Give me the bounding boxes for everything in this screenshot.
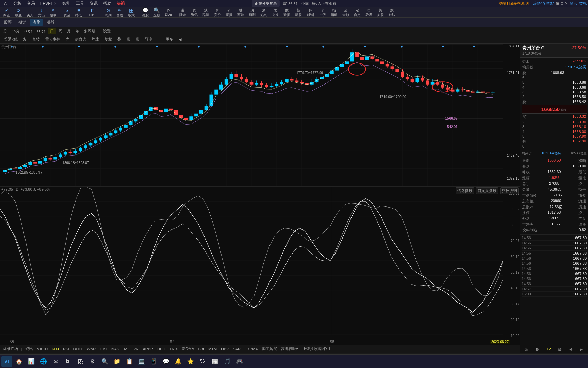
opt-normal-kline[interactable]: 普通K线 [3,36,19,42]
btn-diagnose[interactable]: 诊 [558,347,562,352]
btn-dragon[interactable]: 龙龙虎 [270,8,281,17]
btn-refresh[interactable]: ↺刷底 [13,8,24,17]
taskbar-app5[interactable]: 🔔 [173,356,184,367]
btn-thin[interactable]: 细 [525,347,528,352]
ind-sar[interactable]: SAR [232,347,242,351]
btn-layout[interactable]: ▦板式 [126,8,137,17]
taskbar-app4[interactable]: 💬 [161,356,172,367]
chart-area[interactable]: 贵州平台 ◆ ◆ ◆ ◆ ◆ ◆ ◆ ◆ ◆ ◆ ◆ ◆ [0,44,520,353]
ind-taobao[interactable]: 淘宝购买 [261,346,278,352]
opt-events[interactable]: 重大事件 [44,36,62,42]
opt-nei[interactable]: 内 [64,36,71,42]
menu-tools[interactable]: 工具 [73,1,87,6]
ind-vr[interactable]: VR [132,347,140,351]
period-fen[interactable]: 分 [1,28,9,34]
menu-trade[interactable]: 交易 [24,1,38,6]
btn-us[interactable]: 美美股 [375,8,386,17]
btn-l2[interactable]: L2 [546,347,551,352]
ind-standard[interactable]: 标准广场 [2,346,19,352]
taskbar-calc[interactable]: 🖩 [63,356,74,367]
btn-row2-1[interactable]: 股票 [1,19,14,26]
taskbar-search2[interactable]: 🔍 [99,356,110,367]
taskbar-img[interactable]: 🖼 [75,356,86,367]
ind-expma[interactable]: EXPMA [244,347,259,351]
menu-analysis[interactable]: 分析 [11,1,24,6]
kdj-chart[interactable]: +79.05↑ D: +73.80 J: +89.56↑ 优选参数 自定义参数 … [0,187,520,345]
taskbar-app10[interactable]: 🎮 [234,356,245,367]
ind-arbr[interactable]: ARBR [142,347,154,351]
ind-rsi[interactable]: RSI [62,347,70,351]
btn-yun[interactable]: 运 [579,347,583,352]
btn-global[interactable]: 全全球 [340,8,351,17]
ind-bbi[interactable]: BBI [197,347,205,351]
kdj-explain[interactable]: 指标说明 [500,187,519,194]
taskbar-app8[interactable]: 📰 [210,356,220,367]
btn-sci[interactable]: 科创/科 [305,8,316,17]
ind-bias[interactable]: BIAS [110,347,120,351]
btn-news[interactable]: 资资讯 [189,8,200,17]
period-15[interactable]: 15分 [10,28,22,34]
opt-stack[interactable]: 叠 [116,36,122,42]
taskbar-browser[interactable]: 🌐 [38,356,49,367]
opt-fu1[interactable]: 富 [125,36,132,42]
opt-box[interactable]: □ [157,37,162,42]
opt-side[interactable]: 侧自选 [74,36,87,42]
btn-ipo[interactable]: 新新股 [293,8,304,17]
btn-lugang[interactable]: 港陆港 [177,8,188,17]
ind-mtm[interactable]: MTM [207,347,218,351]
taskbar-app1[interactable]: 📋 [124,356,135,367]
period-60[interactable]: 60分 [35,28,47,34]
opt-ma[interactable]: 均线 [90,36,100,42]
btn-indicator[interactable]: 指 [536,347,539,352]
btn-dde[interactable]: DDDE [163,8,174,17]
taskbar-start[interactable]: Ai [1,356,12,367]
btn-data[interactable]: 数数据 [281,8,292,17]
btn-multiscreen[interactable]: ⊡多屏 [363,8,374,17]
btn-custom[interactable]: 定自定 [352,8,363,17]
taskbar-app9[interactable]: 🎵 [222,356,233,367]
taskbar-chart[interactable]: 📊 [26,356,37,367]
ind-trix[interactable]: TRIX [168,347,179,351]
ind-obv[interactable]: OBV [220,347,230,351]
btn-default[interactable]: 默默认 [387,8,397,17]
ind-high-low[interactable]: 高抛低吸A [280,346,299,352]
opt-more[interactable]: 更多 [164,36,175,42]
period-multi[interactable]: 多周期 [82,28,97,34]
right-panel-toggle[interactable]: 资讯 [570,1,577,6]
btn-buy[interactable]: ↑买入 [24,8,35,17]
btn-points[interactable]: 分 [569,347,573,352]
commission-btn[interactable]: 委托 [579,1,587,6]
taskbar-app2[interactable]: 💻 [136,356,147,367]
btn-predict[interactable]: 预预测 [247,8,258,17]
period-week[interactable]: 周 [56,28,64,34]
ind-dpo[interactable]: DPO [156,347,166,351]
ind-dmi[interactable]: DMI [99,347,108,351]
opt-fu2[interactable]: 富 [134,36,141,42]
btn-individual[interactable]: 个个股 [317,8,328,17]
menu-ai[interactable]: Ai [1,1,11,6]
btn-select[interactable]: 🔍选股 [151,8,162,17]
period-settings[interactable]: 设置 [101,28,113,34]
btn-research[interactable]: 研研报 [224,8,234,17]
opt-collapse[interactable]: ◀ [177,37,183,42]
ind-asi[interactable]: ASI [122,347,130,351]
btn-hotspot[interactable]: 热热点 [258,8,269,17]
taskbar-home[interactable]: 🏠 [14,356,24,367]
btn-funds[interactable]: $资金 [62,8,72,17]
btn-draw[interactable]: ✏画股 [114,8,125,17]
btn-row2-3[interactable]: 港股 [30,19,43,26]
price-chart[interactable]: ◆ ◆ ◆ ◆ ◆ ◆ ◆ ◆ ◆ ◆ ◆ ◆ ◆ 1857.11 1 [0,44,520,187]
opt-reinvest[interactable]: 复权 [103,36,113,42]
period-year[interactable]: 年 [74,28,81,34]
ind-shanghai[interactable]: 上证指数跑图YH [301,346,331,352]
period-30[interactable]: 30分 [22,28,34,34]
ind-boll[interactable]: BOLL [72,347,84,351]
opt-fa[interactable]: 发 [22,36,28,42]
btn-margin[interactable]: 融两融 [235,8,246,17]
btn-row2-4[interactable]: 美股 [44,19,57,26]
btn-f10[interactable]: FF10/F9 [85,8,100,17]
ind-newdma[interactable]: 新DMA [181,346,195,352]
btn-discuss[interactable]: 💬论股 [140,8,151,17]
promo-text-2[interactable]: 飞翔的荷兰07 [531,1,554,6]
menu-decision[interactable]: 决策 [114,1,128,6]
